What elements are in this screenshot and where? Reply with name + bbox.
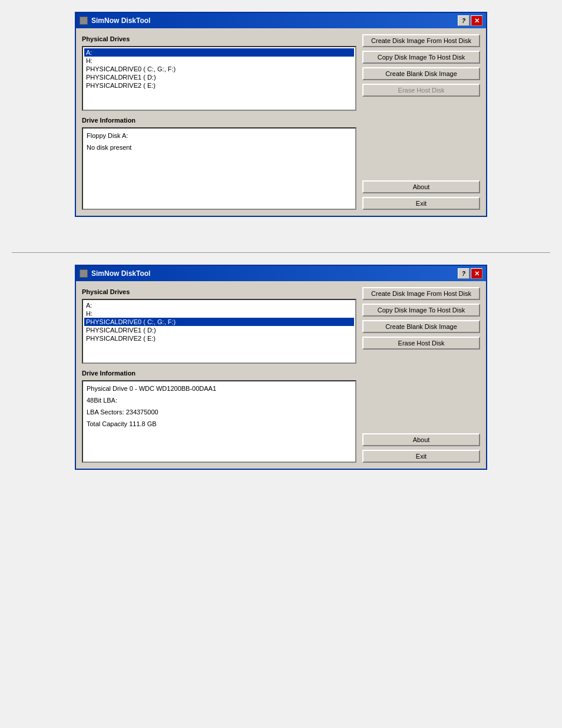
drive-info-box-1: Floppy Disk A: No disk present: [82, 127, 356, 210]
title-bar-2: SimNow DiskTool ? ✕: [76, 266, 486, 281]
left-panel-2: Physical Drives A: H: PHYSICALDRIVE0 ( C…: [82, 287, 356, 463]
drive-info-line1-1: Floppy Disk A:: [87, 132, 352, 139]
drive-info-line1-2: Physical Drive 0 - WDC WD1200BB-00DAA1: [87, 385, 352, 392]
drive-item-2-0[interactable]: A:: [84, 301, 354, 309]
window2-content: Physical Drives A: H: PHYSICALDRIVE0 ( C…: [76, 281, 486, 469]
window1-title: SimNow DiskTool: [91, 17, 150, 25]
window2-title: SimNow DiskTool: [91, 269, 150, 278]
window2: SimNow DiskTool ? ✕ Physical Drives A: H…: [75, 265, 487, 470]
exit-button-1[interactable]: Exit: [362, 197, 480, 210]
right-panel-2: Create Disk Image From Host Disk Copy Di…: [362, 287, 480, 463]
app-icon-2: [80, 269, 88, 278]
drive-info-line2-2: 48Bit LBA:: [87, 397, 352, 404]
drive-item-2-3[interactable]: PHYSICALDRIVE1 ( D:): [84, 326, 354, 334]
copy-image-button-2[interactable]: Copy Disk Image To Host Disk: [362, 304, 480, 317]
drive-item-1-2[interactable]: PHYSICALDRIVE0 ( C:, G:, F:): [84, 65, 354, 73]
drive-info-label-1: Drive Information: [82, 116, 356, 125]
drive-item-2-1[interactable]: H:: [84, 309, 354, 318]
title-bar-1: SimNow DiskTool ? ✕: [76, 13, 486, 28]
drive-item-2-4[interactable]: PHYSICALDRIVE2 ( E:): [84, 334, 354, 342]
drives-list-1[interactable]: A: H: PHYSICALDRIVE0 ( C:, G:, F:) PHYSI…: [82, 46, 356, 111]
close-button-2[interactable]: ✕: [471, 268, 482, 279]
window1: SimNow DiskTool ? ✕ Physical Drives A: H…: [75, 12, 487, 217]
create-blank-button-2[interactable]: Create Blank Disk Image: [362, 320, 480, 333]
left-panel-1: Physical Drives A: H: PHYSICALDRIVE0 ( C…: [82, 34, 356, 210]
about-button-1[interactable]: About: [362, 180, 480, 193]
app-icon-1: [80, 17, 88, 25]
about-button-2[interactable]: About: [362, 433, 480, 446]
exit-button-2[interactable]: Exit: [362, 450, 480, 463]
drives-label-2: Physical Drives: [82, 287, 356, 297]
drive-info-line4-2: Total Capacity 111.8 GB: [87, 420, 352, 427]
drive-item-1-3[interactable]: PHYSICALDRIVE1 ( D:): [84, 73, 354, 81]
create-image-button-2[interactable]: Create Disk Image From Host Disk: [362, 287, 480, 300]
spacer-1: [362, 100, 480, 177]
drive-item-1-4[interactable]: PHYSICALDRIVE2 ( E:): [84, 81, 354, 90]
erase-button-2[interactable]: Erase Host Disk: [362, 337, 480, 350]
help-button-2[interactable]: ?: [458, 268, 470, 279]
drive-item-1-0[interactable]: A:: [84, 48, 354, 57]
drive-info-line2-1: No disk present: [87, 144, 352, 151]
separator: [12, 252, 550, 253]
drive-item-1-1[interactable]: H:: [84, 57, 354, 65]
drives-label-1: Physical Drives: [82, 34, 356, 44]
create-blank-button-1[interactable]: Create Blank Disk Image: [362, 67, 480, 80]
drive-info-box-2: Physical Drive 0 - WDC WD1200BB-00DAA1 4…: [82, 380, 356, 463]
drives-list-2[interactable]: A: H: PHYSICALDRIVE0 ( C:, G:, F:) PHYSI…: [82, 299, 356, 364]
drive-info-label-2: Drive Information: [82, 368, 356, 378]
create-image-button-1[interactable]: Create Disk Image From Host Disk: [362, 34, 480, 47]
drive-info-line3-2: LBA Sectors: 234375000: [87, 409, 352, 416]
copy-image-button-1[interactable]: Copy Disk Image To Host Disk: [362, 51, 480, 64]
window1-content: Physical Drives A: H: PHYSICALDRIVE0 ( C…: [76, 28, 486, 216]
spacer-2: [362, 353, 480, 430]
help-button-1[interactable]: ?: [458, 15, 470, 26]
close-button-1[interactable]: ✕: [471, 15, 482, 26]
erase-button-1[interactable]: Erase Host Disk: [362, 84, 480, 97]
drive-item-2-2[interactable]: PHYSICALDRIVE0 ( C:, G:, F:): [84, 318, 354, 326]
right-panel-1: Create Disk Image From Host Disk Copy Di…: [362, 34, 480, 210]
